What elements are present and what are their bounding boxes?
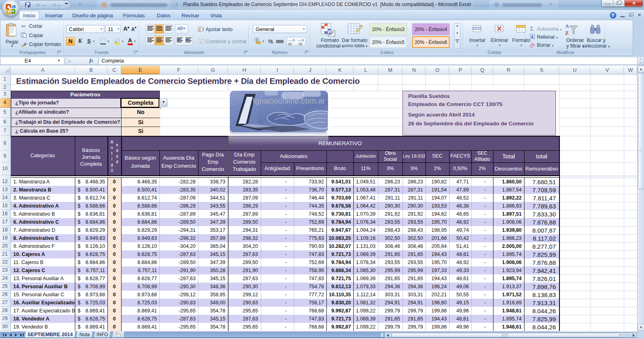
svg-text:Ignacioonline.com.ar: Ignacioonline.com.ar <box>253 96 325 105</box>
svg-text:Z: Z <box>565 30 569 36</box>
svg-text:A: A <box>565 23 569 29</box>
svg-text:$: $ <box>256 38 258 42</box>
svg-text:a: a <box>200 40 202 44</box>
